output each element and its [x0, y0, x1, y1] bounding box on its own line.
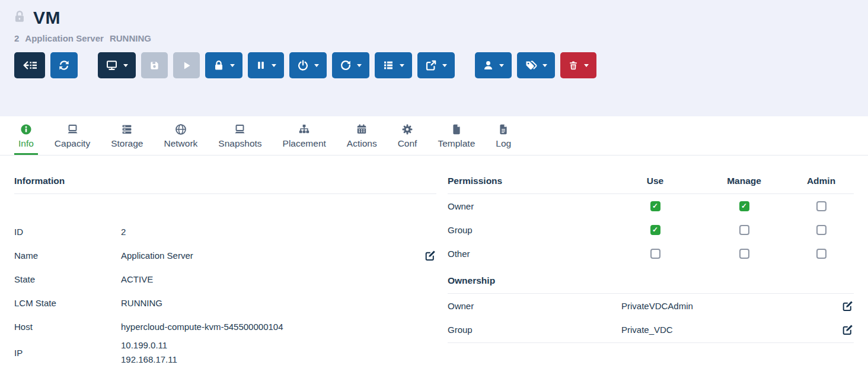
row-value: 2	[121, 227, 416, 237]
row-value: Private_VDC	[621, 325, 834, 335]
toolbar	[0, 43, 868, 78]
save-icon	[149, 60, 160, 71]
vm-name: Application Server	[25, 33, 104, 43]
row-label: IP	[14, 348, 121, 358]
tab-info[interactable]: Info	[14, 116, 38, 155]
server-icon	[121, 123, 133, 135]
chevron-down-icon	[314, 64, 319, 67]
tab-label: Log	[496, 138, 511, 149]
tab-storage[interactable]: Storage	[107, 116, 147, 155]
back-to-list-button[interactable]	[14, 52, 45, 78]
info-row-state: State ACTIVE	[14, 267, 436, 291]
vm-state-badge: RUNNING	[110, 33, 151, 43]
information-section-title: Information	[14, 155, 436, 194]
checkbox-other-admin[interactable]	[816, 249, 826, 259]
edit-owner-button[interactable]	[834, 300, 854, 312]
tab-capacity[interactable]: Capacity	[50, 116, 94, 155]
tab-template[interactable]: Template	[433, 116, 479, 155]
ownership-section-title: Ownership	[448, 265, 854, 294]
save-button	[141, 52, 168, 78]
row-label: Group	[448, 225, 611, 235]
reboot-icon	[340, 59, 352, 71]
column-header-admin: Admin	[789, 176, 854, 186]
laptop-icon	[234, 123, 246, 135]
spacer	[14, 194, 436, 220]
checkbox-owner-admin[interactable]	[816, 201, 826, 211]
edit-icon	[842, 323, 854, 335]
row-label: Group	[448, 325, 621, 335]
pause-icon	[256, 59, 266, 71]
row-value: hypercloud-compute-kvm-545500000104	[121, 322, 416, 332]
resume-button	[173, 52, 200, 78]
permissions-section-title: Permissions	[448, 176, 611, 186]
tab-conf[interactable]: Conf	[394, 116, 422, 155]
user-icon	[483, 59, 494, 71]
permissions-ownership-panel: Permissions Use Manage Admin Owner Group…	[448, 155, 854, 367]
chevron-down-icon	[442, 64, 447, 67]
checkbox-group-admin[interactable]	[816, 225, 826, 235]
info-row-name: Name Application Server	[14, 243, 436, 267]
checkbox-other-manage[interactable]	[739, 249, 749, 259]
checkbox-owner-use[interactable]	[650, 201, 660, 211]
tab-actions[interactable]: Actions	[343, 116, 381, 155]
chevron-down-icon	[584, 64, 589, 67]
tab-log[interactable]: Log	[492, 116, 515, 155]
row-label: Owner	[448, 201, 611, 211]
share-dropdown-button[interactable]	[417, 52, 455, 78]
labels-dropdown-button[interactable]	[517, 52, 555, 78]
ip-address: 192.168.17.11	[121, 353, 416, 367]
ownership-dropdown-button[interactable]	[475, 52, 512, 78]
vm-id: 2	[14, 33, 19, 43]
checkbox-group-manage[interactable]	[739, 225, 749, 235]
chevron-down-icon	[272, 64, 276, 67]
list-dropdown-button[interactable]	[375, 52, 412, 78]
chevron-down-icon	[499, 64, 504, 67]
tab-network[interactable]: Network	[159, 116, 202, 155]
edit-icon	[425, 249, 436, 261]
permission-row-other: Other	[448, 242, 854, 265]
tab-label: Placement	[283, 138, 326, 149]
tab-label: Conf	[398, 138, 417, 149]
power-dropdown-button[interactable]	[289, 52, 327, 78]
column-header-manage: Manage	[700, 176, 789, 186]
lock-dropdown-button[interactable]	[205, 52, 242, 78]
chevron-down-icon	[400, 64, 404, 67]
info-row-id: ID 2	[14, 220, 436, 243]
row-label: State	[14, 274, 121, 284]
checkbox-other-use[interactable]	[650, 249, 660, 259]
tab-placement[interactable]: Placement	[279, 116, 330, 155]
chevron-down-icon	[357, 64, 362, 67]
tab-label: Snapshots	[218, 138, 261, 149]
tab-snapshots[interactable]: Snapshots	[214, 116, 266, 155]
reboot-dropdown-button[interactable]	[332, 52, 369, 78]
page-title: VM	[33, 8, 60, 28]
trash-icon	[568, 59, 579, 71]
ownership-row-owner: Owner PrivateVDCAdmin	[448, 294, 854, 318]
file-icon	[451, 123, 462, 135]
checkbox-owner-manage[interactable]	[739, 201, 749, 211]
ip-address: 10.199.0.11	[121, 338, 416, 353]
permission-row-owner: Owner	[448, 194, 854, 218]
calendar-icon	[356, 123, 368, 135]
share-icon	[425, 59, 437, 71]
unlock-icon	[14, 10, 28, 26]
tab-label: Actions	[347, 138, 377, 149]
info-row-host: Host hypercloud-compute-kvm-545500000104	[14, 315, 436, 338]
tab-label: Template	[438, 138, 475, 149]
row-label: ID	[14, 227, 121, 237]
permissions-header: Permissions Use Manage Admin	[448, 155, 854, 194]
page-header: VM 2 Application Server RUNNING	[0, 0, 868, 43]
back-to-list-icon	[22, 59, 37, 71]
play-icon	[181, 60, 192, 71]
permission-row-group: Group	[448, 218, 854, 242]
console-dropdown-button[interactable]	[98, 52, 136, 78]
chevron-down-icon	[230, 64, 235, 67]
edit-group-button[interactable]	[834, 323, 854, 335]
refresh-button[interactable]	[50, 52, 78, 78]
row-value: RUNNING	[121, 298, 416, 308]
delete-dropdown-button[interactable]	[560, 52, 596, 78]
suspend-dropdown-button[interactable]	[248, 52, 284, 78]
checkbox-group-use[interactable]	[650, 225, 660, 235]
edit-name-button[interactable]	[416, 249, 436, 261]
row-value: Application Server	[121, 250, 416, 261]
